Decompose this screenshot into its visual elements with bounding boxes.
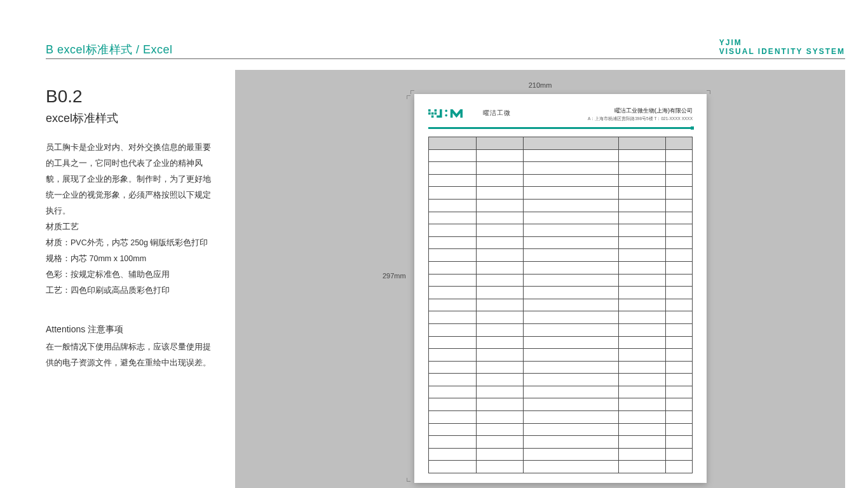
table-cell [524,386,618,398]
table-cell [618,274,666,287]
yjim-logo-icon [428,107,478,119]
table-cell [476,336,524,349]
table-row [429,448,693,461]
table-cell [524,187,618,200]
table-row [429,274,693,287]
svg-rect-4 [435,109,437,112]
table-cell [429,274,477,287]
table-cell [618,174,666,187]
table-cell [476,224,524,237]
table-cell [429,261,477,274]
table-cell [666,236,693,249]
table-row [429,261,693,274]
table-cell [524,361,618,374]
svg-rect-7 [437,116,440,118]
table-cell [666,448,693,461]
table-cell [524,299,618,311]
table-cell [429,311,477,324]
logo-chinese-name: 曜洁工微 [483,109,511,118]
table-cell [429,199,477,212]
table-cell [476,249,524,262]
table-cell [618,386,666,398]
table-cell [524,336,618,349]
company-address: A：上海市杨浦区贵阳路398号5楼 T：021-XXXX XXXX [588,116,693,122]
table-cell [524,274,618,287]
table-cell [524,236,618,249]
table-cell [524,423,618,436]
table-cell [618,461,666,473]
table-cell [666,149,693,162]
table-row [429,236,693,249]
table-cell [524,162,618,175]
table-row [429,423,693,436]
table-cell [429,174,477,187]
brand-subtitle: VISUAL IDENTITY SYSTEM [719,47,845,56]
table-cell [476,349,524,362]
table-cell [476,287,524,299]
table-cell [618,212,666,224]
table-row [429,187,693,200]
table-cell [476,162,524,175]
table-row [429,174,693,187]
attentions-body: 在一般情况下使用品牌标志，应该尽量使用提供的电子资源文件，避免在重绘中出现误差。 [46,339,216,371]
table-cell [666,274,693,287]
table-cell [524,436,618,449]
table-cell [524,323,618,336]
table-row [429,212,693,224]
table-cell [618,224,666,237]
excel-grid [428,137,693,473]
table-cell [618,374,666,386]
left-column: B0.2 excel标准样式 员工胸卡是企业对内、对外交换信息的最重要的工具之一… [46,86,216,371]
table-row [429,287,693,299]
preview-stage: 210mm 297mm [235,70,845,488]
table-header-cell [429,137,477,150]
table-cell [476,436,524,449]
table-cell [524,287,618,299]
table-cell [524,212,618,224]
table-row [429,398,693,411]
crop-bracket-icon [707,90,710,94]
header-divider [46,58,845,59]
table-cell [476,274,524,287]
table-row [429,224,693,237]
table-cell [666,386,693,398]
svg-point-9 [445,114,447,117]
table-cell [666,374,693,386]
table-cell [618,261,666,274]
table-row [429,336,693,349]
table-cell [618,336,666,349]
table-cell [666,187,693,200]
para: 工艺：四色印刷或高品质彩色打印 [46,283,216,299]
svg-rect-5 [435,112,437,115]
table-cell [618,287,666,299]
table-cell [618,411,666,424]
table-cell [524,174,618,187]
table-cell [618,323,666,336]
svg-rect-1 [428,112,431,115]
table-cell [666,311,693,324]
table-row [429,361,693,374]
table-cell [476,149,524,162]
dimension-height-label: 297mm [383,272,406,280]
table-cell [429,448,477,461]
brand-name: YJIM [719,38,845,47]
table-header-cell [666,137,693,150]
table-cell [666,199,693,212]
table-cell [429,162,477,175]
table-cell [666,249,693,262]
table-row [429,461,693,473]
table-cell [666,212,693,224]
company-name: 曜洁工业微生物(上海)有限公司 [588,107,693,115]
svg-rect-6 [440,109,442,118]
table-cell [429,374,477,386]
table-cell [618,149,666,162]
table-cell [618,398,666,411]
table-cell [429,398,477,411]
table-cell [666,423,693,436]
table-cell [429,212,477,224]
svg-rect-3 [431,116,434,118]
table-row [429,249,693,262]
table-cell [618,436,666,449]
table-cell [476,386,524,398]
table-row [429,386,693,398]
